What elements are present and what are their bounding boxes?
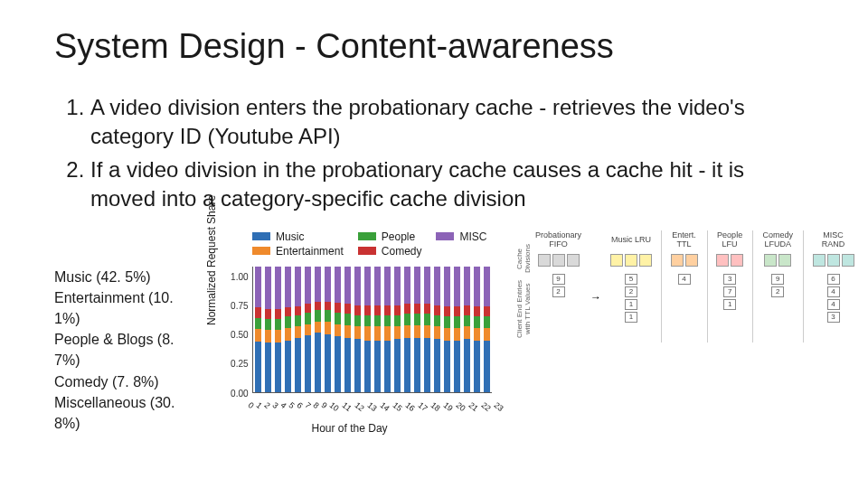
bar [295, 267, 301, 392]
arrow-icon: → [590, 269, 601, 304]
bar [344, 267, 351, 392]
bar-segment [404, 325, 410, 338]
legend-label: People [382, 230, 415, 243]
ttl-box: 4 [827, 299, 840, 310]
bar-segment [255, 329, 261, 342]
bar [474, 267, 480, 392]
bar [335, 267, 341, 392]
diagram-separator [707, 230, 708, 343]
bar-segment [374, 305, 381, 315]
slide-title: System Design - Content-awareness [54, 27, 814, 66]
bar-segment [484, 328, 490, 341]
y-tick: 1.00 [231, 271, 248, 281]
x-tick: 10 [328, 400, 341, 413]
legend-swatch [358, 247, 376, 255]
diagram-label-cache: Cache Divisions [515, 243, 532, 275]
bar-segment [384, 315, 391, 327]
bar-segment [285, 267, 291, 308]
bar-segment [444, 341, 450, 392]
cache-cell [813, 254, 826, 267]
cache-cell [764, 254, 777, 267]
cache-cell [671, 254, 684, 267]
x-tick: 20 [455, 400, 467, 413]
bar-segment [484, 316, 490, 328]
bar [374, 267, 381, 392]
bar [315, 267, 321, 392]
bar-segment [275, 309, 281, 319]
bar-segment [295, 306, 301, 315]
bar-segment [265, 309, 271, 319]
bar-segment [354, 339, 361, 391]
bar-segment [275, 343, 281, 391]
bar-segment [394, 315, 401, 327]
bar-segment [474, 267, 480, 306]
cache-cell [567, 254, 580, 267]
bar-segment [344, 325, 351, 338]
bar-segment [404, 338, 410, 392]
bar-segment [285, 316, 291, 328]
cache-cells-row [538, 254, 580, 267]
cache-cell [552, 254, 565, 267]
bar-segment [434, 339, 440, 391]
bar-segment [454, 316, 460, 328]
cache-cell [685, 254, 698, 267]
bar-segment [474, 316, 480, 328]
diagram-col-title: People LFU [716, 230, 743, 250]
bar-segment [424, 325, 430, 338]
bar [325, 267, 331, 392]
ttl-box: 6 [827, 274, 840, 285]
bar [364, 267, 371, 392]
bar [454, 267, 460, 392]
bar-segment [464, 339, 470, 391]
category-stat-line: Miscellaneous (30. 8%) [54, 392, 198, 434]
legend-item: People [358, 230, 422, 243]
bar [444, 267, 450, 392]
cache-cells-row [610, 254, 652, 267]
cache-cell [827, 254, 840, 267]
diagram-column: Music LRU5211 [610, 230, 652, 323]
bar-segment [454, 267, 460, 306]
bar-segment [424, 304, 430, 314]
x-tick: 7 [304, 400, 313, 410]
diagram-separator [803, 230, 804, 343]
bar-segment [344, 314, 351, 325]
bar-segment [444, 306, 450, 316]
legend-item: Entertainment [252, 245, 344, 258]
cache-cell [625, 254, 637, 267]
ttl-stack: 371 [723, 274, 736, 310]
x-tick: 8 [312, 400, 321, 410]
bar-segment [344, 338, 351, 392]
bar-segment [384, 305, 391, 315]
x-tick: 22 [480, 400, 493, 413]
bar [384, 267, 391, 392]
bar [305, 267, 311, 392]
diagram-col-title: Probationary FIFO [535, 230, 581, 250]
bar-segment [364, 326, 371, 340]
bar-segment [344, 267, 351, 305]
cache-cell [778, 254, 791, 267]
bar-segment [364, 267, 371, 305]
legend-swatch [252, 247, 270, 255]
bar-segment [315, 333, 321, 391]
ttl-stack: 4 [678, 274, 691, 285]
y-tick: 0.50 [231, 330, 248, 340]
ttl-box: 5 [625, 274, 637, 285]
x-tick: 19 [442, 400, 455, 413]
bar-segment [335, 324, 341, 337]
y-axis-ticks: 1.000.750.500.250.00 [231, 267, 248, 393]
ttl-box: 4 [678, 274, 691, 285]
legend-label: Entertainment [276, 245, 344, 258]
cache-diagram: Cache Divisions Client End Entries with … [515, 230, 814, 343]
bar-segment [414, 338, 420, 392]
bullet-list: A video division enters the probationary… [54, 93, 814, 214]
bar-segment [265, 319, 271, 331]
bar-segment [464, 326, 470, 339]
bar-segment [434, 267, 440, 305]
x-tick: 5 [288, 400, 297, 410]
bar-segment [384, 341, 391, 392]
bar-segment [255, 307, 261, 317]
bar-segment [474, 328, 480, 341]
bar-segment [484, 267, 490, 306]
bar-segment [305, 335, 311, 392]
legend-label: Music [276, 230, 304, 243]
